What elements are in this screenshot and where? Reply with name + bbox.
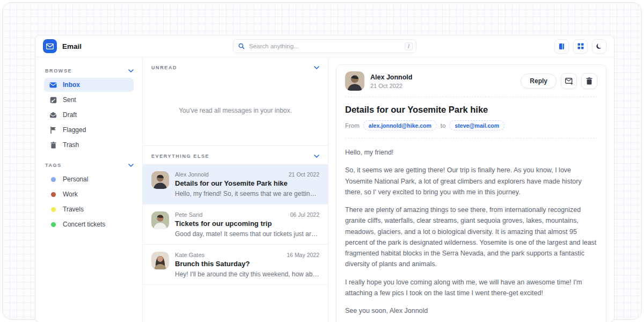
- topbar: Email /: [35, 35, 614, 57]
- email-subject: Tickets for our upcoming trip: [175, 219, 319, 228]
- detail-sender-name: Alex Jonnold: [370, 74, 412, 81]
- email-list-item[interactable]: Alex Jonnold 21 Oct 2022 Details for our…: [143, 164, 328, 204]
- tag-color-dot: [51, 192, 56, 197]
- divider: [345, 138, 597, 138]
- email-detail-header: Alex Jonnold 21 Oct 2022 Reply: [345, 71, 597, 91]
- body-paragraph: There are plenty of amazing things to se…: [345, 204, 597, 270]
- sidebar-item-draft[interactable]: Draft: [44, 108, 134, 122]
- email-subject: Details for our Yosemite Park hike: [175, 179, 319, 187]
- email-list-item[interactable]: Pete Sand 06 Jul 2022 Tickets for our up…: [143, 204, 328, 245]
- everything-else-label: EVERYTHING ELSE: [151, 153, 209, 159]
- email-sender: Pete Sand: [175, 211, 202, 218]
- message-list: UNREAD You've read all messages in your …: [143, 57, 328, 322]
- tag-label: Travels: [63, 206, 84, 213]
- body-paragraph: Hello, my friend!: [345, 147, 597, 158]
- email-sender: Kate Gates: [175, 252, 204, 258]
- search-box[interactable]: /: [233, 39, 416, 53]
- body-paragraph: I really hope you love coming along with…: [345, 277, 597, 299]
- draft-icon: [49, 112, 57, 118]
- forward-button[interactable]: [561, 73, 577, 89]
- email-date: 21 Oct 2022: [289, 171, 319, 178]
- unread-label: UNREAD: [151, 65, 177, 70]
- tag-color-dot: [51, 207, 56, 212]
- trash-icon: [586, 77, 592, 85]
- detail-actions: Reply: [521, 73, 597, 89]
- tags-section-header[interactable]: TAGS: [44, 159, 138, 171]
- chevron-down-icon[interactable]: [314, 155, 319, 158]
- search-icon: [238, 43, 245, 49]
- everything-else-section-header[interactable]: EVERYTHING ELSE: [143, 146, 328, 164]
- body-paragraph: See you soon, Alex Jonnold: [345, 305, 597, 316]
- tag-label: Personal: [63, 175, 88, 183]
- avatar: [151, 252, 169, 269]
- tag-label: Concert tickets: [63, 221, 105, 228]
- unread-empty-message: You've read all messages in your inbox.: [143, 76, 328, 145]
- sidebar-item-trash[interactable]: Trash: [44, 138, 134, 152]
- delete-button[interactable]: [581, 73, 597, 89]
- sidebar: BROWSE Inbox Sent: [35, 57, 143, 322]
- search-shortcut-badge: /: [405, 42, 413, 50]
- inbox-icon: [49, 82, 57, 88]
- envelope-plus-icon: [565, 78, 573, 85]
- topbar-actions: [554, 39, 606, 54]
- search-wrap: /: [233, 39, 416, 53]
- sidebar-item-flagged[interactable]: Flagged: [44, 123, 134, 137]
- email-body: Hello, my friend! So, it seems we are ge…: [345, 147, 597, 316]
- to-address-pill[interactable]: steve@mail.com: [449, 120, 504, 130]
- dark-mode-button[interactable]: [592, 39, 606, 54]
- divider: [345, 97, 597, 97]
- moon-icon: [596, 43, 603, 50]
- from-label: From: [345, 122, 360, 129]
- chevron-down-icon[interactable]: [128, 164, 134, 167]
- app-title: Email: [62, 42, 82, 50]
- sidebar-item-label: Draft: [63, 111, 77, 119]
- avatar: [345, 71, 364, 91]
- sidebar-item-inbox[interactable]: Inbox: [44, 78, 134, 92]
- chevron-down-icon[interactable]: [128, 69, 134, 72]
- tags-label: TAGS: [45, 163, 62, 168]
- page-background: Email /: [2, 2, 642, 320]
- notebook-button[interactable]: [554, 39, 569, 54]
- detail-subject: Details for our Yosemite Park hike: [345, 105, 597, 115]
- tag-color-dot: [51, 177, 56, 182]
- unread-section-header[interactable]: UNREAD: [143, 57, 328, 76]
- sidebar-item-label: Inbox: [63, 81, 80, 89]
- reading-pane: Alex Jonnold 21 Oct 2022 Reply: [328, 57, 614, 322]
- email-sender: Alex Jonnold: [175, 171, 209, 178]
- tag-item-personal[interactable]: Personal: [44, 172, 134, 186]
- search-input[interactable]: [249, 43, 400, 49]
- avatar: [151, 211, 169, 229]
- tag-color-dot: [51, 222, 56, 227]
- tag-item-travels[interactable]: Travels: [44, 202, 134, 216]
- sidebar-item-label: Trash: [63, 141, 79, 149]
- email-preview: Good day, mate! It seems that our ticket…: [175, 230, 319, 238]
- detail-date: 21 Oct 2022: [370, 83, 412, 89]
- tag-label: Work: [63, 191, 78, 198]
- email-detail-card: Alex Jonnold 21 Oct 2022 Reply: [336, 64, 606, 322]
- sidebar-item-sent[interactable]: Sent: [44, 93, 134, 107]
- tag-item-concert-tickets[interactable]: Concert tickets: [44, 217, 134, 231]
- reply-button[interactable]: Reply: [521, 74, 557, 89]
- app-brand: Email: [43, 39, 82, 53]
- email-preview: Hello, my friend! So, it seems that we a…: [175, 190, 319, 197]
- email-date: 06 Jul 2022: [290, 211, 319, 218]
- to-label: to: [441, 122, 446, 129]
- browse-section-header[interactable]: BROWSE: [44, 65, 138, 77]
- browse-label: BROWSE: [45, 68, 72, 74]
- from-to-row: From alex.jonnold@hike.com to steve@mail…: [345, 120, 597, 130]
- sidebar-item-label: Sent: [63, 96, 76, 104]
- email-date: 16 May 2022: [287, 252, 319, 258]
- email-preview: Hey! I'll be around the city this weeken…: [175, 270, 319, 278]
- email-subject: Brunch this Saturday?: [175, 260, 319, 268]
- apps-grid-button[interactable]: [573, 39, 588, 54]
- main-content: BROWSE Inbox Sent: [35, 57, 614, 322]
- notebook-icon: [558, 43, 565, 50]
- email-list-item[interactable]: Kate Gates 16 May 2022 Brunch this Satur…: [143, 245, 328, 285]
- sent-icon: [49, 97, 57, 104]
- trash-icon: [49, 142, 57, 149]
- tag-item-work[interactable]: Work: [44, 187, 134, 201]
- chevron-down-icon[interactable]: [314, 66, 319, 69]
- email-app-window: Email /: [35, 35, 614, 322]
- apps-grid-icon: [577, 43, 584, 49]
- from-address-pill[interactable]: alex.jonnold@hike.com: [363, 120, 437, 130]
